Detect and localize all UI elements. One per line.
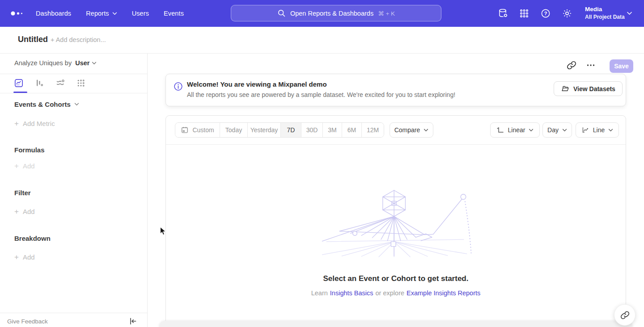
folder-icon [561, 85, 569, 92]
project-chevron-down-icon[interactable] [627, 12, 632, 15]
plus-icon: + [14, 120, 19, 127]
link-icon [620, 310, 630, 320]
range-12m[interactable]: 12M [362, 123, 384, 137]
empty-state-illustration [314, 188, 479, 259]
tab-insights-icon[interactable] [14, 78, 24, 88]
nav-reports-label: Reports [86, 10, 109, 17]
range-3m[interactable]: 3M [323, 123, 342, 137]
range-custom-label: Custom [192, 126, 214, 134]
scale-label: Linear [508, 126, 525, 134]
copy-link-icon[interactable] [567, 60, 576, 70]
banner-title: Welcome! You are viewing a Mixpanel demo [187, 80, 327, 88]
chevron-down-icon [608, 129, 613, 132]
project-selector[interactable]: Media All Project Data [585, 5, 625, 21]
share-link-button[interactable] [614, 304, 636, 326]
range-custom[interactable]: Custom [175, 123, 220, 137]
plus-icon: + [14, 163, 19, 169]
report-header: Untitled + Add description... Save [0, 27, 644, 54]
filter-label: Filter [14, 189, 31, 197]
range-30d[interactable]: 30D [301, 123, 323, 137]
info-icon [174, 82, 183, 91]
granularity-dropdown[interactable]: Day [542, 122, 572, 138]
linear-axes-icon [496, 126, 504, 134]
tab-flows-icon[interactable] [55, 78, 65, 88]
insights-basics-link[interactable]: Insights Basics [330, 289, 373, 297]
mixpanel-logo-icon[interactable] [11, 9, 26, 17]
breakdown-label: Breakdown [14, 235, 51, 242]
compare-dropdown[interactable]: Compare [390, 122, 433, 138]
chevron-down-icon [74, 103, 79, 106]
primary-nav: Dashboards Reports Users Events [36, 0, 184, 27]
chevron-down-icon [424, 129, 428, 132]
settings-gear-icon[interactable] [562, 8, 572, 19]
learn-prefix: Learn [311, 289, 328, 297]
chart-type-label: Line [593, 126, 605, 134]
report-description-input[interactable]: + Add description... [51, 36, 106, 43]
welcome-banner: Welcome! You are viewing a Mixpanel demo… [165, 74, 626, 106]
view-datasets-label: View Datasets [573, 85, 615, 92]
add-metric-button[interactable]: + Add Metric [14, 120, 55, 127]
chevron-down-icon [562, 129, 567, 132]
granularity-label: Day [547, 126, 559, 134]
nav-events[interactable]: Events [164, 10, 184, 17]
tab-pivot-icon[interactable] [76, 78, 86, 88]
mixpanel-app: Dashboards Reports Users Events Open Rep… [0, 0, 644, 327]
top-nav: Dashboards Reports Users Events Open Rep… [0, 0, 644, 27]
more-options-icon[interactable] [586, 62, 596, 72]
range-yesterday[interactable]: Yesterday [248, 123, 281, 137]
range-today[interactable]: Today [220, 123, 248, 137]
apps-grid-icon[interactable] [519, 8, 530, 19]
project-name: Media [585, 5, 625, 13]
chart-type-dropdown[interactable]: Line [576, 122, 619, 138]
analyze-value: User [75, 59, 89, 67]
project-scope: All Project Data [585, 13, 625, 21]
add-breakdown-button[interactable]: + Add [14, 253, 35, 261]
view-datasets-button[interactable]: View Datasets [554, 81, 623, 96]
add-filter-label: Add [23, 208, 35, 215]
empty-state-title: Select an Event or Cohort to get started… [166, 274, 626, 283]
add-formula-button[interactable]: + Add [14, 162, 35, 170]
nav-reports[interactable]: Reports [86, 10, 117, 17]
data-management-icon[interactable] [498, 8, 508, 19]
empty-state-subtitle: Learn Insights Basics or explore Example… [166, 289, 626, 297]
analyze-uniques-row: Analyze Uniques by User [14, 59, 97, 67]
query-sidebar: Analyze Uniques by User [0, 54, 148, 327]
add-metric-label: Add Metric [23, 120, 55, 127]
save-button[interactable]: Save [610, 59, 633, 73]
svg-text:?: ? [544, 11, 547, 16]
compare-label: Compare [394, 126, 420, 134]
analyze-value-dropdown[interactable]: User [75, 59, 97, 67]
collapse-sidebar-icon[interactable] [128, 317, 137, 326]
tab-bar-chart-icon[interactable] [35, 78, 45, 88]
search-icon [277, 9, 286, 17]
scale-dropdown[interactable]: Linear [490, 122, 540, 138]
chevron-down-icon [92, 62, 97, 65]
analyze-label: Analyze Uniques by [14, 59, 72, 67]
date-range-control: Custom Today Yesterday 7D 30D 3M 6M 12M [175, 122, 384, 138]
report-title[interactable]: Untitled [18, 35, 48, 44]
filter-heading: Filter [14, 189, 31, 197]
range-7d[interactable]: 7D [281, 123, 301, 137]
range-6m[interactable]: 6M [342, 123, 362, 137]
formulas-heading: Formulas [14, 146, 45, 154]
metric-type-tabs [0, 74, 148, 93]
chart-panel: Custom Today Yesterday 7D 30D 3M 6M 12M … [165, 115, 626, 327]
events-cohorts-heading[interactable]: Events & Cohorts [14, 101, 79, 108]
help-icon[interactable]: ? [540, 8, 551, 19]
events-cohorts-label: Events & Cohorts [14, 101, 71, 108]
add-formula-label: Add [23, 162, 35, 170]
add-breakdown-label: Add [23, 253, 35, 261]
chevron-down-icon [529, 129, 534, 132]
global-search-input[interactable]: Open Reports & Dashboards ⌘ + K [231, 5, 441, 21]
nav-users[interactable]: Users [132, 10, 149, 17]
table-card-top-edge [159, 321, 632, 327]
formulas-label: Formulas [14, 146, 45, 154]
example-insights-reports-link[interactable]: Example Insights Reports [407, 289, 480, 297]
plus-icon: + [14, 254, 19, 260]
give-feedback-link[interactable]: Give Feedback [7, 318, 48, 325]
nav-dashboards[interactable]: Dashboards [36, 10, 71, 17]
search-placeholder: Open Reports & Dashboards [290, 10, 373, 17]
middle-text: or explore [376, 289, 404, 297]
chevron-down-icon [112, 12, 117, 15]
add-filter-button[interactable]: + Add [14, 208, 35, 215]
